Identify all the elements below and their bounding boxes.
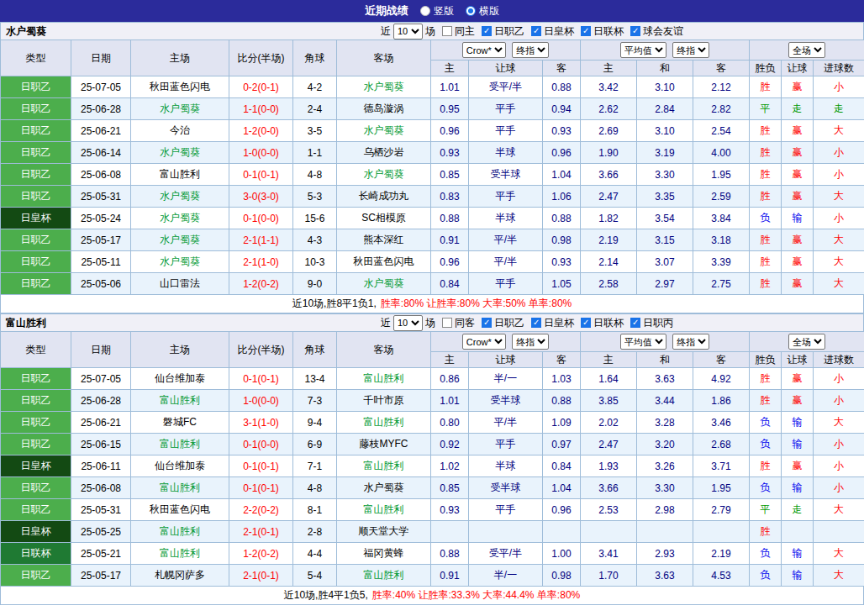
radio-checked-icon [466, 6, 476, 16]
recent-count-select[interactable]: 10 [393, 24, 423, 39]
result-goals: 小 [814, 477, 864, 499]
away-team[interactable]: 秋田蓝色闪电 [337, 251, 431, 273]
away-team[interactable]: 富山胜利 [337, 499, 431, 521]
layout-radio-vertical[interactable]: 竖版 [420, 4, 454, 18]
col-header-away: 客场 [337, 332, 431, 368]
same-venue-checkbox[interactable]: 同客 [442, 316, 475, 330]
home-team[interactable]: 富山胜利 [131, 164, 229, 186]
home-team[interactable]: 今治 [131, 120, 229, 142]
home-team[interactable]: 山口雷法 [131, 273, 229, 295]
odds-home [431, 521, 469, 543]
away-team[interactable]: 富山胜利 [337, 565, 431, 587]
away-team[interactable]: 藤枝MYFC [337, 434, 431, 455]
same-venue-label: 同主 [455, 24, 475, 39]
full-select[interactable]: 全场 [788, 42, 825, 58]
home-team[interactable]: 水户蜀葵 [131, 208, 229, 229]
avg-home: 3.66 [581, 477, 637, 499]
league-filter-checkbox[interactable]: 日职乙 [482, 24, 524, 39]
league-filter-checkbox[interactable]: 日皇杯 [531, 24, 574, 39]
odds-final-select[interactable]: 终指 [512, 42, 549, 58]
full-select[interactable]: 全场 [788, 334, 825, 350]
league-filter-checkbox[interactable]: 日联杯 [581, 316, 624, 330]
result-handicap: 赢 [782, 390, 814, 412]
away-team[interactable]: 水户蜀葵 [337, 164, 431, 186]
odds-away: 1.09 [543, 412, 581, 434]
home-team[interactable]: 富山胜利 [131, 521, 229, 543]
home-team[interactable]: 富山胜利 [131, 477, 229, 499]
odds-home: 0.84 [431, 273, 469, 295]
avg-home: 2.58 [581, 273, 637, 295]
away-team[interactable]: 富山胜利 [337, 455, 431, 477]
home-team[interactable]: 水户蜀葵 [131, 251, 229, 273]
odds-home: 0.88 [431, 208, 469, 229]
league-filter-checkbox[interactable]: 日职乙 [482, 316, 524, 330]
avg-select[interactable]: 平均值 [620, 334, 666, 350]
home-team[interactable]: 秋田蓝色闪电 [131, 76, 229, 98]
avg-final-select[interactable]: 终指 [672, 334, 709, 350]
league-filter-checkbox[interactable]: 球会友谊 [630, 24, 683, 39]
avg-draw: 3.28 [637, 412, 693, 434]
games-label: 场 [425, 24, 435, 39]
home-team[interactable]: 仙台维加泰 [131, 455, 229, 477]
corner-score: 15-6 [293, 208, 337, 229]
home-team[interactable]: 水户蜀葵 [131, 186, 229, 208]
home-team[interactable]: 富山胜利 [131, 543, 229, 565]
odds-away: 0.96 [543, 142, 581, 164]
home-team[interactable]: 仙台维加泰 [131, 368, 229, 390]
odds-final-select[interactable]: 终指 [512, 334, 549, 350]
result-handicap: 输 [782, 477, 814, 499]
away-team[interactable]: 水户蜀葵 [337, 477, 431, 499]
away-team[interactable]: 水户蜀葵 [337, 120, 431, 142]
avg-away: 1.95 [693, 164, 750, 186]
result-winlose: 胜 [750, 521, 782, 543]
recent-label: 近 [381, 24, 391, 39]
away-team[interactable]: 水户蜀葵 [337, 76, 431, 98]
avg-home: 3.42 [581, 76, 637, 98]
layout-radio-horizontal[interactable]: 横版 [466, 4, 499, 18]
handicap-line: 平手 [469, 434, 543, 455]
avg-home: 1.93 [581, 455, 637, 477]
away-team[interactable]: 富山胜利 [337, 412, 431, 434]
home-team[interactable]: 磐城FC [131, 412, 229, 434]
home-team[interactable]: 水户蜀葵 [131, 98, 229, 120]
league-filter-checkbox[interactable]: 日皇杯 [531, 316, 574, 330]
away-team[interactable]: 长崎成功丸 [337, 186, 431, 208]
odds-company-select[interactable]: Crow* [462, 42, 506, 58]
away-team[interactable]: SC相模原 [337, 208, 431, 229]
avg-away: 3.71 [693, 455, 750, 477]
match-date: 25-06-28 [71, 98, 131, 120]
away-team[interactable]: 乌栖沙岩 [337, 142, 431, 164]
avg-select[interactable]: 平均值 [620, 42, 666, 58]
odds-away: 0.88 [543, 390, 581, 412]
odds-company-select[interactable]: Crow* [462, 334, 506, 350]
result-goals: 大 [814, 412, 864, 434]
away-team[interactable]: 千叶市原 [337, 390, 431, 412]
away-team[interactable]: 富山胜利 [337, 368, 431, 390]
odds-away: 0.93 [543, 120, 581, 142]
home-team[interactable]: 水户蜀葵 [131, 229, 229, 251]
home-team[interactable]: 札幌冈萨多 [131, 565, 229, 587]
league-filter-checkbox[interactable]: 日职丙 [630, 316, 673, 330]
match-type-badge: 日职乙 [1, 76, 71, 98]
league-filter-checkbox[interactable]: 日联杯 [581, 24, 624, 39]
avg-draw: 3.63 [637, 368, 693, 390]
away-team[interactable]: 熊本深红 [337, 229, 431, 251]
away-team[interactable]: 福冈黄蜂 [337, 543, 431, 565]
col-header-date: 日期 [71, 332, 131, 368]
away-team[interactable]: 德岛漩涡 [337, 98, 431, 120]
match-row: 日皇杯 25-05-24 水户蜀葵 0-1(0-0) 15-6 SC相模原 0.… [1, 208, 864, 229]
same-venue-checkbox[interactable]: 同主 [442, 24, 475, 39]
avg-final-select[interactable]: 终指 [672, 42, 709, 58]
home-team[interactable]: 水户蜀葵 [131, 142, 229, 164]
result-handicap: 输 [782, 543, 814, 565]
home-team[interactable]: 富山胜利 [131, 390, 229, 412]
away-team[interactable]: 顺天堂大学 [337, 521, 431, 543]
handicap-line: 受半球 [469, 390, 543, 412]
avg-away: 2.19 [693, 543, 750, 565]
away-team[interactable]: 水户蜀葵 [337, 273, 431, 295]
match-row: 日皇杯 25-05-25 富山胜利 2-1(0-1) 2-8 顺天堂大学 胜 [1, 521, 864, 543]
avg-draw: 3.07 [637, 251, 693, 273]
home-team[interactable]: 富山胜利 [131, 434, 229, 455]
recent-count-select[interactable]: 10 [393, 315, 423, 331]
home-team[interactable]: 秋田蓝色闪电 [131, 499, 229, 521]
